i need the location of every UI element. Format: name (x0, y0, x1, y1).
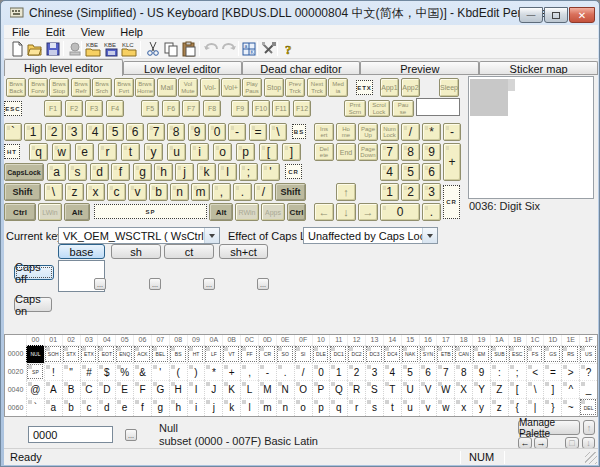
palette-cell[interactable]: ` (26, 398, 44, 416)
keyboard-key[interactable]: ; (239, 163, 258, 181)
maximize-button[interactable] (544, 7, 568, 23)
palette-cell[interactable]: B (62, 380, 80, 398)
keyboard-key[interactable]: z (65, 183, 84, 201)
palette-cell[interactable]: ETB (436, 345, 454, 363)
keyboard-key[interactable]: 2 (45, 123, 63, 141)
keyboard-key[interactable]: 5 (106, 123, 124, 141)
palette-cell[interactable]: DC4 (383, 345, 401, 363)
palette-cell[interactable]: g (151, 398, 169, 416)
state-button-ct[interactable]: ct (164, 244, 214, 259)
tab-dead-char-editor[interactable]: Dead char editor (242, 61, 361, 75)
sh-browse-button[interactable]: ... (149, 278, 161, 290)
palette-cell[interactable]: STX (62, 345, 80, 363)
palette-cell[interactable]: | (526, 398, 544, 416)
palette-cell[interactable]: r (347, 398, 365, 416)
palette-cell[interactable]: k (222, 398, 240, 416)
keyboard-key[interactable]: 4 (86, 123, 104, 141)
keyboard-key[interactable]: s (68, 163, 87, 181)
tab-sticker-map[interactable]: Sticker map (479, 61, 598, 75)
caps-effect-dropdown[interactable]: Unaffected by Caps Lock (303, 227, 438, 244)
keyboard-key[interactable]: = (249, 123, 267, 141)
palette-cell[interactable]: : (490, 363, 508, 381)
palette-cell[interactable]: ESC (508, 345, 526, 363)
keyboard-key[interactable]: f (111, 163, 130, 181)
keyboard-key[interactable]: Ctrl (4, 203, 36, 221)
keyboard-key[interactable]: 9 (422, 143, 441, 161)
palette-cell[interactable]: c (80, 398, 98, 416)
palette-cell[interactable]: EM (472, 345, 490, 363)
palette-cell[interactable]: e (115, 398, 133, 416)
open-klc-button[interactable]: KLC (120, 40, 137, 57)
palette-cell[interactable]: Z (490, 380, 508, 398)
palette-cell[interactable]: q (329, 398, 347, 416)
palette-cell[interactable]: 6 (419, 363, 437, 381)
keyboard-key[interactable]: . (233, 183, 252, 201)
keyboard-key[interactable]: 1 (24, 123, 42, 141)
keyboard-key[interactable]: q (29, 143, 48, 161)
palette-cell[interactable]: LF (204, 345, 222, 363)
keyboard-key[interactable]: v (128, 183, 147, 201)
palette-cell[interactable]: \ (526, 380, 544, 398)
palette-cell[interactable]: ENQ (115, 345, 133, 363)
keyboard-key[interactable]: / (401, 123, 420, 141)
palette-cell[interactable]: S (365, 380, 383, 398)
keyboard-key[interactable]: CapsLock (4, 163, 44, 181)
tab-low-level-editor[interactable]: Low level editor (123, 61, 242, 75)
palette-cell[interactable]: U (401, 380, 419, 398)
keyboard-key[interactable]: d (90, 163, 109, 181)
palette-cell[interactable]: N (276, 380, 294, 398)
save-kbe-button[interactable]: KBE (102, 40, 119, 57)
palette-cell[interactable]: SI (294, 345, 312, 363)
keyboard-key[interactable]: w (52, 143, 71, 161)
keyboard-key[interactable]: - (228, 123, 246, 141)
character-palette-button[interactable]: aK (241, 40, 258, 57)
palette-cell[interactable]: F (133, 380, 151, 398)
keyboard-key[interactable]: SP (94, 204, 207, 219)
palette-cell[interactable]: z (490, 398, 508, 416)
keyboard-key[interactable]: b (149, 183, 168, 201)
close-button[interactable]: ✕ (569, 7, 595, 23)
keyboard-key[interactable]: * (422, 123, 441, 141)
palette-cell[interactable]: $ (97, 363, 115, 381)
keyboard-key[interactable]: HT (4, 144, 20, 159)
palette-cell[interactable]: { (508, 398, 526, 416)
tools-button[interactable] (260, 40, 277, 57)
keyboard-key[interactable]: j (175, 163, 194, 181)
keyboard-key[interactable]: Shift (275, 183, 306, 201)
keyboard-key[interactable]: 3 (65, 123, 83, 141)
keyboard-key[interactable]: n (170, 183, 189, 201)
palette-cell[interactable]: US (579, 345, 597, 363)
palette-cell[interactable]: J (204, 380, 222, 398)
palette-cell[interactable]: ' (151, 363, 169, 381)
keyboard-key[interactable]: a (47, 163, 66, 181)
palette-cell[interactable]: X (454, 380, 472, 398)
palette-cell[interactable]: s (365, 398, 383, 416)
keyboard-key[interactable]: 0 (208, 123, 226, 141)
palette-cell[interactable]: G (151, 380, 169, 398)
palette-cell[interactable]: FF (240, 345, 258, 363)
tab-high-level-editor[interactable]: High level editor (4, 59, 123, 76)
palette-cell[interactable]: n (276, 398, 294, 416)
keyboard-key[interactable]: e (75, 143, 94, 161)
keyboard-key[interactable]: h (154, 163, 173, 181)
palette-cell[interactable]: 9 (472, 363, 490, 381)
palette-cell[interactable]: < (526, 363, 544, 381)
keyboard-key[interactable]: m (191, 183, 210, 201)
palette-cell[interactable]: v (419, 398, 437, 416)
keyboard-key[interactable]: 9 (188, 123, 206, 141)
palette-cell[interactable]: EOT (97, 345, 115, 363)
keyboard-key[interactable]: 8 (401, 143, 420, 161)
keyboard-key[interactable]: ] (282, 143, 301, 161)
keyboard-key[interactable]: k (197, 163, 216, 181)
palette-cell[interactable]: ETX (80, 345, 98, 363)
keyboard-key[interactable]: ESC (4, 101, 22, 116)
keyboard-key[interactable]: 0 (380, 203, 420, 221)
save-file-button[interactable] (44, 40, 61, 57)
palette-cell[interactable]: DC1 (329, 345, 347, 363)
keyboard-key[interactable]: 7 (380, 143, 399, 161)
palette-cell[interactable]: ~ (561, 398, 579, 416)
menu-help[interactable]: Help (112, 26, 151, 38)
palette-cell[interactable]: O (294, 380, 312, 398)
palette-cell[interactable]: H (169, 380, 187, 398)
current-key-dropdown[interactable]: VK_OEM_WSCTRL ( WsCtrl ) (58, 227, 220, 244)
